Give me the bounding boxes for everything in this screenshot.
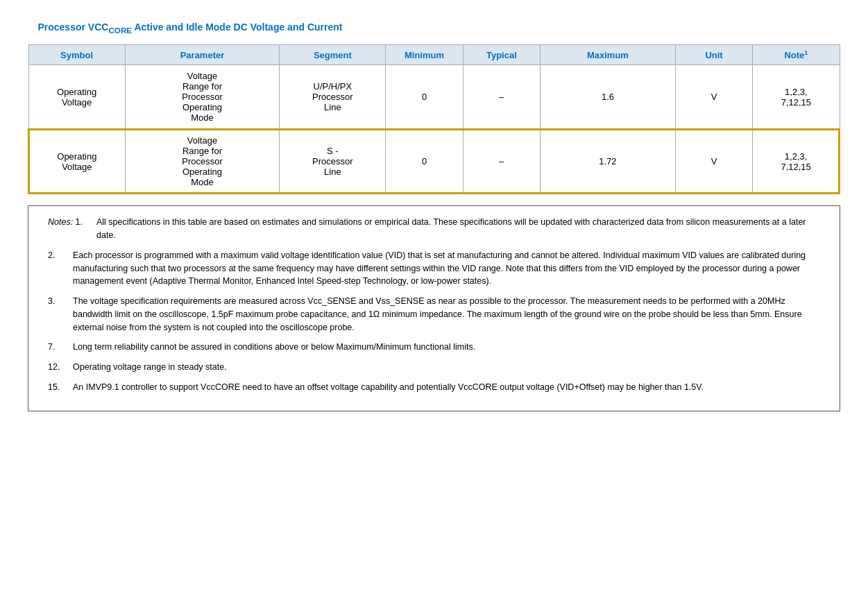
cell-segment: S - Processor Line [280,129,386,194]
notes-section: Notes: 1.All specifications in this tabl… [28,205,840,411]
note-text: Long term reliability cannot be assured … [73,341,827,354]
table-title: Processor VCCCORE Active and Idle Mode D… [28,21,840,36]
note-text: The voltage specification requirements a… [73,295,827,334]
table-header-row: Symbol Parameter Segment Minimum Typical… [28,45,840,65]
note-text: Each processor is programmed with a maxi… [73,249,827,288]
cell-note: 1,2,3, 7,12,15 [753,65,840,130]
header-unit: Unit [675,45,752,65]
cell-typical: – [463,129,540,194]
cell-maximum: 1.6 [541,65,676,130]
note-number: Notes: 1. [48,216,91,242]
cell-parameter: Voltage Range for Processor Operating Mo… [125,129,280,194]
cell-symbol: Operating Voltage [28,65,125,130]
note-number: 7. [48,341,67,354]
cell-typical: – [463,65,540,130]
table-row: Operating VoltageVoltage Range for Proce… [28,65,840,130]
note-item: 2.Each processor is programmed with a ma… [48,249,827,288]
title-main: Processor VCCCORE Active and Idle Mode D… [37,22,342,33]
cell-minimum: 0 [386,65,463,130]
header-parameter: Parameter [125,45,280,65]
note-item: Notes: 1.All specifications in this tabl… [48,216,827,242]
sub-core: CORE [108,26,132,35]
header-note: Note1 [753,45,840,65]
cell-note: 1,2,3, 7,12,15 [753,129,840,194]
header-minimum: Minimum [386,45,463,65]
page-container: Processor VCCCORE Active and Idle Mode D… [14,14,854,418]
header-typical: Typical [463,45,540,65]
note-text: Operating voltage range in steady state. [73,361,827,374]
header-segment: Segment [280,45,386,65]
note-number: 3. [48,295,67,334]
cell-unit: V [675,65,752,130]
note-item: 7.Long term reliability cannot be assure… [48,341,827,354]
cell-parameter: Voltage Range for Processor Operating Mo… [125,65,280,130]
note-number: 12. [48,361,67,374]
note-item: 15.An IMVP9.1 controller to support VccC… [48,381,827,394]
cell-symbol: Operating Voltage [28,129,125,194]
spec-table: Symbol Parameter Segment Minimum Typical… [28,44,840,194]
note-text: All specifications in this table are bas… [96,216,827,242]
header-maximum: Maximum [541,45,676,65]
note-number: 2. [48,249,67,288]
note-item: 3.The voltage specification requirements… [48,295,827,334]
cell-unit: V [675,129,752,194]
note-item: 12.Operating voltage range in steady sta… [48,361,827,374]
cell-maximum: 1.72 [541,129,676,194]
header-symbol: Symbol [28,45,125,65]
note-number: 15. [48,381,67,394]
note-text: An IMVP9.1 controller to support VccCORE… [73,381,827,394]
table-row: Operating VoltageVoltage Range for Proce… [28,129,840,194]
cell-minimum: 0 [386,129,463,194]
cell-segment: U/P/H/PX Processor Line [280,65,386,130]
